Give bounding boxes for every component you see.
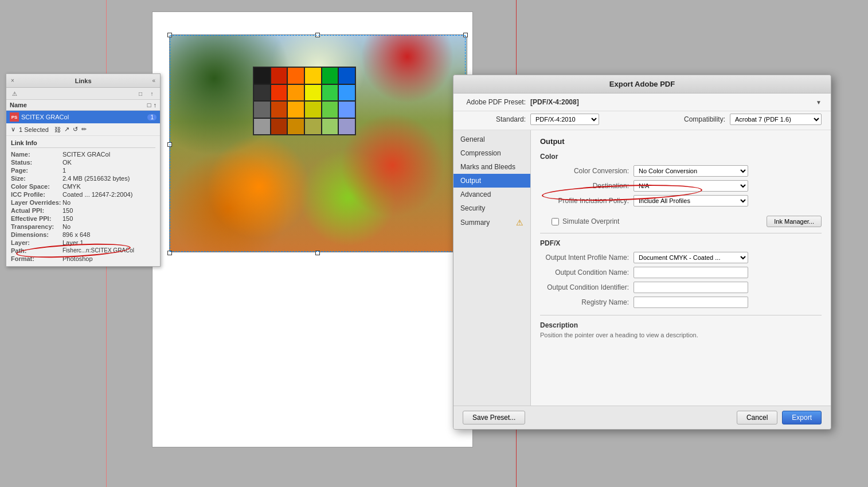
ink-manager-button[interactable]: Ink Manager...: [767, 216, 822, 227]
info-row-status: Status: OK: [11, 158, 155, 166]
registry-name-label: Registry Name:: [540, 298, 629, 306]
info-row-transparency: Transparency: No: [11, 223, 155, 231]
output-condition-id-row: Output Condition Identifier:: [540, 282, 822, 293]
nav-item-marks-bleeds[interactable]: Marks and Bleeds: [453, 160, 530, 174]
preset-dropdown-arrow[interactable]: ▼: [816, 99, 822, 106]
description-text: Position the pointer over a heading to v…: [540, 332, 822, 338]
registry-name-input[interactable]: [634, 297, 748, 308]
links-item[interactable]: PS SCITEX GRACol 1: [6, 111, 160, 123]
info-row-layer: Layer: Layer 1: [11, 239, 155, 247]
compatibility-label: Compatibility:: [684, 115, 725, 123]
selected-count-label: 1 Selected: [19, 126, 49, 133]
color-chart: [253, 67, 356, 135]
placed-image[interactable]: [169, 34, 467, 252]
simulate-overprint-row: Simulate Overprint Ink Manager...: [540, 216, 822, 227]
links-selected-row: ∨ 1 Selected ⛓ ↗ ↺ ✏: [6, 123, 160, 136]
nav-item-advanced[interactable]: Advanced: [453, 188, 530, 201]
color-conversion-select[interactable]: No Color Conversion: [634, 165, 748, 177]
preset-row: Adobe PDF Preset: [PDF/X-4:2008] ▼: [453, 93, 831, 111]
relink-icon[interactable]: ↑: [147, 89, 157, 98]
cancel-button[interactable]: Cancel: [737, 411, 777, 424]
dialog-body: General Compression Marks and Bleeds Out…: [453, 130, 831, 406]
link-item-name: SCITEX GRACol: [21, 114, 69, 120]
info-row-layer-overrides: Layer Overrides: No: [11, 198, 155, 207]
transform-handle-tl[interactable]: [167, 33, 172, 37]
registry-name-row: Registry Name:: [540, 297, 822, 308]
transform-handle-bl[interactable]: [167, 251, 172, 255]
links-panel-title: Links: [75, 77, 92, 84]
links-info-section: Link Info Name: SCITEX GRACol Status: OK…: [6, 136, 160, 266]
info-row-colorspace: Color Space: CMYK: [11, 182, 155, 190]
output-condition-name-input[interactable]: [634, 267, 748, 278]
output-intent-row: Output Intent Profile Name: Document CMY…: [540, 252, 822, 263]
output-panel: Output Color Color Conversion: No Color …: [531, 130, 831, 406]
info-row-page: Page: 1: [11, 166, 155, 174]
info-row-name: Name: SCITEX GRACol: [11, 150, 155, 158]
output-section-title: Output: [540, 137, 822, 146]
output-condition-id-input[interactable]: [634, 282, 748, 293]
output-condition-name-label: Output Condition Name:: [540, 268, 629, 276]
transform-handle-tr[interactable]: [463, 33, 468, 37]
info-row-format: Format: Photoshop: [11, 255, 155, 263]
standard-select[interactable]: PDF/X-4:2010: [530, 114, 599, 125]
profile-inclusion-row: Profile Inclusion Policy: Include All Pr…: [540, 195, 822, 207]
info-row-effectiveppi: Effective PPI: 150: [11, 215, 155, 223]
save-preset-button[interactable]: Save Preset...: [463, 411, 525, 424]
color-conversion-row: Color Conversion: No Color Conversion: [540, 165, 822, 177]
preset-label: Adobe PDF Preset:: [463, 98, 526, 106]
preset-value: [PDF/X-4:2008]: [530, 98, 811, 106]
link-icon-relink[interactable]: ↗: [64, 126, 69, 133]
export-button[interactable]: Export: [782, 411, 822, 424]
links-panel-collapse-btn[interactable]: «: [152, 77, 155, 84]
dialog-nav: General Compression Marks and Bleeds Out…: [453, 130, 531, 406]
link-icon-update[interactable]: ↺: [73, 126, 78, 133]
dialog-footer: Save Preset... Cancel Export: [453, 406, 831, 429]
new-link-icon[interactable]: □: [136, 89, 145, 98]
warning-icon: ⚠: [10, 89, 19, 98]
transform-handle-bc[interactable]: [315, 251, 320, 255]
output-condition-id-label: Output Condition Identifier:: [540, 283, 629, 291]
nav-item-summary[interactable]: Summary ⚠: [453, 215, 530, 230]
destination-row: Destination: N/A: [540, 180, 822, 192]
color-conversion-label: Color Conversion:: [540, 167, 629, 175]
nav-item-compression[interactable]: Compression: [453, 146, 530, 160]
destination-select[interactable]: N/A: [634, 180, 748, 192]
simulate-overprint-checkbox[interactable]: [552, 218, 559, 225]
image-content: [170, 35, 467, 252]
transform-handle-ml[interactable]: [167, 142, 172, 147]
nav-item-general[interactable]: General: [453, 133, 530, 146]
info-row-dimensions: Dimensions: 896 x 648: [11, 231, 155, 239]
link-icon-chain: ⛓: [54, 126, 61, 133]
link-icon-edit[interactable]: ✏: [81, 126, 87, 133]
standard-label: Standard:: [463, 115, 526, 123]
description-section: Description Position the pointer over a …: [540, 315, 822, 338]
pdfx-subsection-title: PDF/X: [540, 239, 822, 247]
description-title: Description: [540, 321, 822, 329]
profile-inclusion-label: Profile Inclusion Policy:: [540, 197, 629, 205]
link-item-badge: 1: [147, 114, 157, 120]
links-panel: × Links « ⚠ □ ↑ Name □ ↑ PS SCITEX GRACo…: [6, 73, 161, 267]
destination-label: Destination:: [540, 182, 629, 190]
links-panel-titlebar: × Links «: [6, 74, 160, 88]
output-condition-name-row: Output Condition Name:: [540, 267, 822, 278]
profile-inclusion-select[interactable]: Include All Profiles: [634, 195, 748, 207]
link-info-title: Link Info: [11, 139, 155, 148]
compatibility-select[interactable]: Acrobat 7 (PDF 1.6): [730, 114, 822, 125]
links-column-header: Name □ ↑: [6, 100, 160, 111]
name-column-header: Name: [10, 102, 27, 108]
info-row-actualppi: Actual PPI: 150: [11, 207, 155, 215]
pdfx-section: PDF/X Output Intent Profile Name: Docume…: [540, 239, 822, 308]
standard-row: Standard: PDF/X-4:2010 Compatibility: Ac…: [453, 111, 831, 130]
nav-item-security[interactable]: Security: [453, 201, 530, 215]
col-btn-2[interactable]: ↑: [154, 102, 157, 108]
simulate-overprint-label[interactable]: Simulate Overprint: [562, 217, 619, 225]
output-intent-label: Output Intent Profile Name:: [540, 254, 629, 262]
links-panel-close-btn[interactable]: ×: [11, 77, 14, 84]
info-row-path: Path: Fisherc...n:SCITEX GRACol: [11, 247, 155, 255]
selected-indicator: ∨: [11, 126, 15, 133]
transform-handle-tc[interactable]: [315, 33, 320, 37]
nav-item-output[interactable]: Output: [453, 174, 530, 188]
output-intent-select[interactable]: Document CMYK - Coated ...: [634, 252, 748, 263]
col-btn-1[interactable]: □: [147, 102, 151, 108]
link-item-icon: PS: [10, 112, 19, 122]
